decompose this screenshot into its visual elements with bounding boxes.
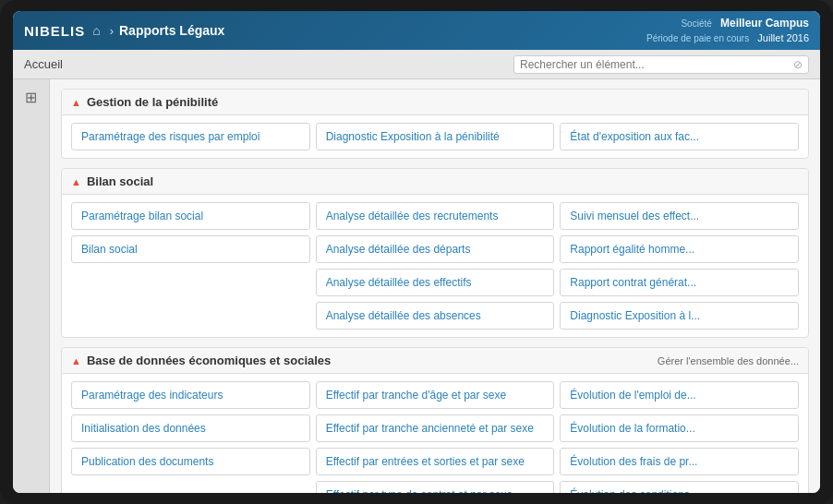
section-col-0: Paramétrage des indicateursInitialisatio… xyxy=(71,381,310,493)
app-header: NIBELIS ⌂ › Rapports Légaux Société Meil… xyxy=(13,11,820,50)
menu-item[interactable]: Effectif par tranche d'âge et par sexe xyxy=(316,381,555,409)
company-name: Meilleur Campus xyxy=(720,17,809,30)
period-label: Période de paie en cours xyxy=(646,33,749,43)
section-col-0: Paramétrage des risques par emploi xyxy=(71,123,310,150)
breadcrumb-separator: › xyxy=(110,24,114,38)
menu-item[interactable]: Initialisation des données xyxy=(71,414,310,442)
search-bar: ⊘ xyxy=(513,55,809,74)
section-bdes: ▲Base de données économiques et sociales… xyxy=(61,347,809,493)
device-frame: NIBELIS ⌂ › Rapports Légaux Société Meil… xyxy=(0,0,833,504)
menu-item[interactable]: Évolution des frais de pr... xyxy=(560,448,799,475)
menu-item[interactable]: Paramétrage des indicateurs xyxy=(71,381,310,409)
section-col-2: État d'exposition aux fac... xyxy=(560,123,799,150)
main-content: ⊞ ▲Gestion de la pénibilitéParamétrage d… xyxy=(13,79,820,493)
menu-item[interactable]: Diagnostic Exposition à l... xyxy=(560,302,799,330)
menu-item[interactable]: Effectif par tranche ancienneté et par s… xyxy=(316,414,555,442)
page-title: Rapports Légaux xyxy=(119,23,224,38)
section-body-penibilite: Paramétrage des risques par emploiDiagno… xyxy=(62,115,808,158)
section-subtitle-bdes: Gérer l'ensemble des donnée... xyxy=(658,355,799,366)
section-col-1: Analyse détaillée des recrutementsAnalys… xyxy=(316,202,555,330)
menu-item[interactable]: Analyse détaillée des absences xyxy=(316,302,555,330)
menu-item[interactable]: Suivi mensuel des effect... xyxy=(560,202,799,230)
content-area: ▲Gestion de la pénibilitéParamétrage des… xyxy=(50,79,820,493)
section-body-bilan-social: Paramétrage bilan socialBilan socialAnal… xyxy=(62,195,808,337)
sidebar: ⊞ xyxy=(13,79,50,493)
section-col-2: Évolution de l'emploi de...Évolution de … xyxy=(560,381,799,493)
header-info: Société Meilleur Campus Période de paie … xyxy=(646,16,809,45)
section-col-1: Diagnostic Exposition à la pénibilité xyxy=(316,123,555,150)
menu-item[interactable]: Paramétrage des risques par emploi xyxy=(71,123,310,150)
toolbar: Accueil ⊘ xyxy=(13,50,820,79)
section-col-1: Effectif par tranche d'âge et par sexeEf… xyxy=(316,381,555,493)
menu-item[interactable]: Analyse détaillée des effectifs xyxy=(316,269,555,296)
accueil-link[interactable]: Accueil xyxy=(24,57,63,71)
section-header-penibilite: ▲Gestion de la pénibilité xyxy=(62,90,808,115)
menu-item[interactable]: Analyse détaillée des recrutements xyxy=(316,202,555,230)
menu-item[interactable]: Évolution des conditions... xyxy=(560,481,799,493)
section-col-0: Paramétrage bilan socialBilan social xyxy=(71,202,310,330)
search-icon: ⊘ xyxy=(793,58,803,71)
grid-icon[interactable]: ⊞ xyxy=(25,89,37,106)
section-header-bilan-social: ▲Bilan social xyxy=(62,169,808,195)
section-title-penibilite: Gestion de la pénibilité xyxy=(87,95,218,109)
search-input[interactable] xyxy=(520,58,793,71)
section-title-bilan-social: Bilan social xyxy=(87,174,153,188)
logo: NIBELIS xyxy=(24,23,85,39)
collapse-icon[interactable]: ▲ xyxy=(71,97,81,108)
collapse-icon[interactable]: ▲ xyxy=(71,176,81,187)
section-body-bdes: Paramétrage des indicateursInitialisatio… xyxy=(62,374,808,493)
menu-item[interactable]: Évolution de l'emploi de... xyxy=(560,381,799,409)
menu-item[interactable]: Analyse détaillée des départs xyxy=(316,235,555,263)
menu-item[interactable]: Paramétrage bilan social xyxy=(71,202,310,230)
menu-item[interactable]: Évolution de la formatio... xyxy=(560,414,799,442)
menu-item[interactable]: Bilan social xyxy=(71,235,310,263)
section-title-bdes: Base de données économiques et sociales xyxy=(87,354,331,367)
menu-item[interactable]: Publication des documents xyxy=(71,448,310,475)
menu-item[interactable]: Rapport égalité homme... xyxy=(560,235,799,263)
collapse-icon[interactable]: ▲ xyxy=(71,355,81,366)
menu-item[interactable]: Effectif par entrées et sorties et par s… xyxy=(316,448,555,475)
menu-item[interactable]: État d'exposition aux fac... xyxy=(560,123,799,150)
section-bilan-social: ▲Bilan socialParamétrage bilan socialBil… xyxy=(61,168,809,338)
section-col-2: Suivi mensuel des effect...Rapport égali… xyxy=(560,202,799,330)
period-value: Juillet 2016 xyxy=(757,32,809,43)
home-icon[interactable]: ⌂ xyxy=(92,23,100,38)
company-label: Société xyxy=(681,18,711,29)
menu-item[interactable]: Effectif par type de contrat et par sexe xyxy=(316,481,555,493)
menu-item[interactable]: Diagnostic Exposition à la pénibilité xyxy=(316,123,555,150)
menu-item[interactable]: Rapport contrat générat... xyxy=(560,269,799,296)
section-header-bdes: ▲Base de données économiques et sociales… xyxy=(62,348,808,374)
section-penibilite: ▲Gestion de la pénibilitéParamétrage des… xyxy=(61,89,809,159)
screen: NIBELIS ⌂ › Rapports Légaux Société Meil… xyxy=(13,11,820,493)
